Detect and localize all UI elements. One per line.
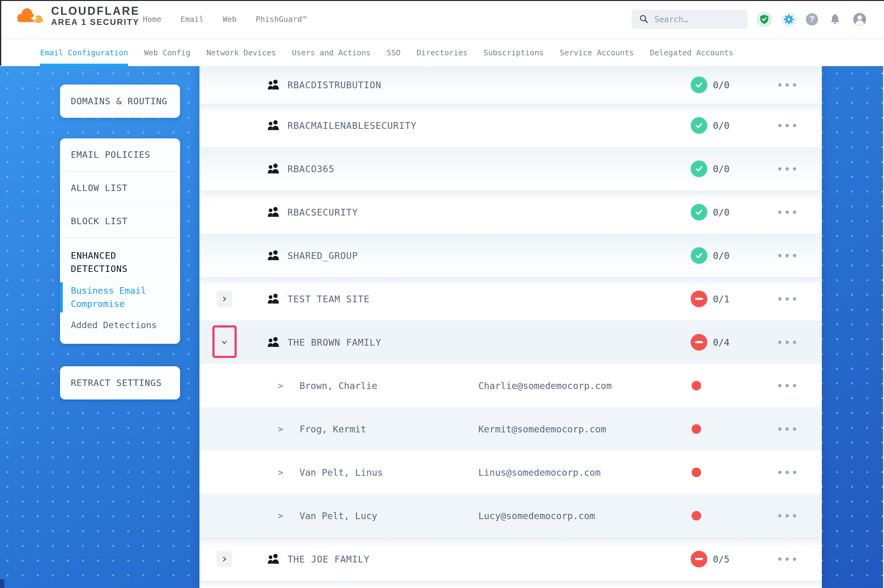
- sidebar-item-block-list[interactable]: BLOCK LIST: [60, 205, 180, 238]
- active-indicator-bar: [60, 282, 63, 312]
- row-actions-menu[interactable]: [778, 167, 796, 170]
- menu-dot: [785, 254, 789, 257]
- row-actions-menu[interactable]: [778, 340, 796, 344]
- avatar-icon-glyph: [853, 13, 866, 26]
- row-actions-menu[interactable]: [778, 514, 796, 517]
- sidebar-item-allow-list[interactable]: ALLOW LIST: [60, 172, 180, 205]
- row-actions-menu[interactable]: [778, 124, 796, 127]
- groups-list-panel: RBACDISTRUBUTION0/0RBACMAILENABLESECURIT…: [200, 66, 822, 588]
- tab-network-devices[interactable]: Network Devices: [206, 39, 276, 66]
- row-actions-menu[interactable]: [778, 210, 796, 214]
- group-row[interactable]: SHARED_GROUP0/0: [200, 234, 822, 277]
- topnav-item-phishguard[interactable]: PhishGuard™: [256, 15, 307, 24]
- help-icon[interactable]: ?: [806, 13, 818, 26]
- topnav-item-web[interactable]: Web: [223, 15, 236, 24]
- sidebar-item-domains-routing[interactable]: DOMAINS & ROUTING: [60, 85, 180, 118]
- menu-dot: [793, 210, 796, 214]
- group-row[interactable]: THE BROWN FAMILY0/4: [200, 321, 822, 364]
- status-ok-badge: [691, 76, 707, 93]
- menu-dot: [778, 340, 782, 344]
- content-background: DOMAINS & ROUTINGEMAIL POLICIESALLOW LIS…: [0, 66, 884, 588]
- group-row[interactable]: RBACO3650/0: [200, 147, 822, 190]
- app-header: CLOUDFLARE AREA 1 SECURITY HomeEmailWebP…: [0, 0, 884, 39]
- expand-group-button[interactable]: [216, 291, 232, 307]
- group-row[interactable]: RBACSECURITY0/0: [200, 190, 822, 234]
- row-actions-menu[interactable]: [778, 557, 796, 561]
- member-chevron-icon[interactable]: >: [278, 424, 283, 434]
- member-row[interactable]: >Frog, KermitKermit@somedemocorp.com: [200, 407, 822, 450]
- member-name: Van Pelt, Linus: [299, 467, 383, 478]
- member-name: Van Pelt, Lucy: [299, 510, 377, 521]
- member-name: Frog, Kermit: [299, 423, 366, 434]
- member-count: 0/4: [713, 337, 729, 348]
- member-chevron-icon[interactable]: >: [278, 467, 283, 477]
- member-email: Linus@somedemocorp.com: [478, 467, 600, 478]
- group-name: THE JOE FAMILY: [287, 554, 370, 564]
- gear-icon-glyph: [784, 14, 794, 25]
- check-icon: [695, 208, 704, 217]
- sidebar-item-enhanced-detections[interactable]: ENHANCED DETECTIONS: [60, 238, 180, 276]
- row-actions-menu[interactable]: [778, 83, 796, 87]
- search-input[interactable]: Search…: [631, 9, 747, 29]
- member-chevron-icon[interactable]: >: [278, 380, 283, 391]
- menu-dot: [778, 471, 782, 474]
- menu-dot: [778, 83, 782, 87]
- status-blocked-badge: [691, 291, 707, 307]
- row-actions-menu[interactable]: [778, 254, 796, 257]
- menu-dot: [785, 83, 789, 87]
- member-row[interactable]: >Van Pelt, LinusLinus@somedemocorp.com: [200, 450, 822, 494]
- member-row[interactable]: >Brown, CharlieCharlie@somedemocorp.com: [200, 364, 822, 407]
- annotation-highlight-box: [212, 326, 237, 358]
- expand-group-button[interactable]: [216, 551, 232, 567]
- group-row[interactable]: RBACDISTRUBUTION0/0: [200, 66, 822, 104]
- menu-dot: [785, 384, 789, 387]
- tab-email-configuration[interactable]: Email Configuration: [40, 39, 128, 66]
- chevron-right-icon: [221, 556, 227, 562]
- sidebar-item-retract-settings[interactable]: RETRACT SETTINGS: [60, 366, 180, 399]
- menu-dot: [785, 427, 789, 430]
- status-dot: [692, 511, 701, 520]
- row-actions-menu[interactable]: [778, 384, 796, 387]
- sidebar-item-email-policies[interactable]: EMAIL POLICIES: [60, 138, 180, 172]
- menu-dot: [785, 167, 789, 170]
- member-chevron-icon[interactable]: >: [278, 510, 283, 520]
- shield-check-icon[interactable]: [756, 12, 772, 27]
- status-dot: [692, 381, 701, 390]
- minus-icon: [695, 558, 703, 560]
- group-row[interactable]: THE JOE FAMILY0/5: [200, 537, 822, 580]
- screenshot-edge-artifact: [0, 579, 4, 588]
- tab-directories[interactable]: Directories: [416, 39, 468, 66]
- gear-icon[interactable]: [781, 12, 797, 27]
- tab-delegated-accounts[interactable]: Delegated Accounts: [650, 39, 733, 66]
- menu-dot: [778, 297, 782, 300]
- topnav-item-email[interactable]: Email: [180, 15, 203, 24]
- menu-dot: [793, 83, 796, 87]
- menu-dot: [778, 514, 782, 517]
- tab-users-and-actions[interactable]: Users and Actions: [292, 39, 371, 66]
- row-actions-menu[interactable]: [778, 471, 796, 474]
- tab-web-config[interactable]: Web Config: [144, 39, 191, 66]
- menu-dot: [778, 557, 782, 561]
- menu-dot: [793, 340, 796, 344]
- member-row[interactable]: >Van Pelt, LucyLucy@somedemocorp.com: [200, 494, 822, 537]
- member-count: 0/0: [713, 120, 729, 131]
- avatar-icon[interactable]: [852, 12, 867, 27]
- group-name: TEST TEAM SITE: [287, 293, 370, 304]
- sidebar-item-business-email-compromise[interactable]: Business Email Compromise: [60, 284, 180, 310]
- tab-subscriptions[interactable]: Subscriptions: [484, 39, 544, 66]
- minus-icon: [695, 341, 703, 343]
- topnav-item-home[interactable]: Home: [143, 15, 161, 24]
- bell-icon[interactable]: [827, 12, 843, 27]
- tab-sso[interactable]: SSO: [386, 39, 400, 66]
- row-actions-menu[interactable]: [778, 427, 796, 430]
- tab-service-accounts[interactable]: Service Accounts: [560, 39, 634, 66]
- screenshot-edge-artifact: [0, 0, 884, 1]
- group-icon: [266, 554, 280, 565]
- group-row[interactable]: RBACMAILENABLESECURITY0/0: [200, 104, 822, 147]
- status-blocked-badge: [691, 551, 707, 567]
- member-count: 0/0: [713, 163, 729, 174]
- group-row[interactable]: TEST TEAM SITE0/1: [200, 277, 822, 321]
- sidebar-item-added-detections[interactable]: Added Detections: [60, 320, 180, 341]
- check-icon: [695, 164, 704, 174]
- row-actions-menu[interactable]: [778, 297, 796, 300]
